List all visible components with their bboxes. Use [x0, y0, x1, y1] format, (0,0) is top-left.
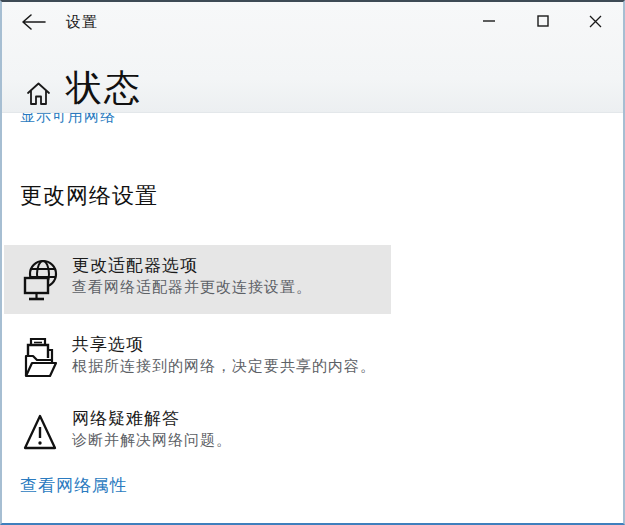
warning-triangle-icon	[22, 410, 58, 456]
globe-monitor-icon	[22, 257, 58, 303]
window-chrome: 设置	[2, 2, 623, 113]
arrow-left-icon	[21, 13, 47, 31]
minimize-button[interactable]	[467, 6, 511, 36]
item-subtitle: 诊断并解决网络问题。	[72, 431, 232, 450]
item-subtitle: 查看网络适配器并更改连接设置。	[72, 278, 312, 297]
printer-folder-icon	[22, 336, 58, 382]
close-icon	[589, 15, 602, 28]
minimize-icon	[483, 15, 495, 27]
item-subtitle: 根据所连接到的网络，决定要共享的内容。	[72, 357, 376, 376]
page-title: 状态	[66, 64, 142, 113]
maximize-icon	[537, 15, 549, 27]
list-item-change-adapter-options[interactable]: 更改适配器选项 查看网络适配器并更改连接设置。	[4, 245, 391, 314]
show-available-networks-link[interactable]: 显示可用网络	[20, 113, 260, 129]
view-network-properties-link[interactable]: 查看网络属性	[20, 474, 128, 497]
item-title: 共享选项	[72, 333, 144, 356]
maximize-button[interactable]	[521, 6, 565, 36]
section-heading: 更改网络设置	[20, 181, 158, 211]
list-item-sharing-options[interactable]: 共享选项 根据所连接到的网络，决定要共享的内容。	[4, 324, 391, 393]
settings-window: 设置	[0, 0, 625, 525]
app-title: 设置	[66, 13, 98, 32]
item-title: 更改适配器选项	[72, 254, 198, 277]
item-title: 网络疑难解答	[72, 407, 180, 430]
content-area: 显示可用网络 更改网络设置 更改适配器选项 查看网络适配器并更改连接设置。	[2, 113, 623, 523]
home-icon	[25, 80, 52, 107]
list-item-network-troubleshooter[interactable]: 网络疑难解答 诊断并解决网络问题。	[4, 398, 391, 467]
close-button[interactable]	[573, 6, 617, 36]
back-button[interactable]	[12, 8, 56, 36]
titlebar: 设置	[2, 2, 623, 42]
